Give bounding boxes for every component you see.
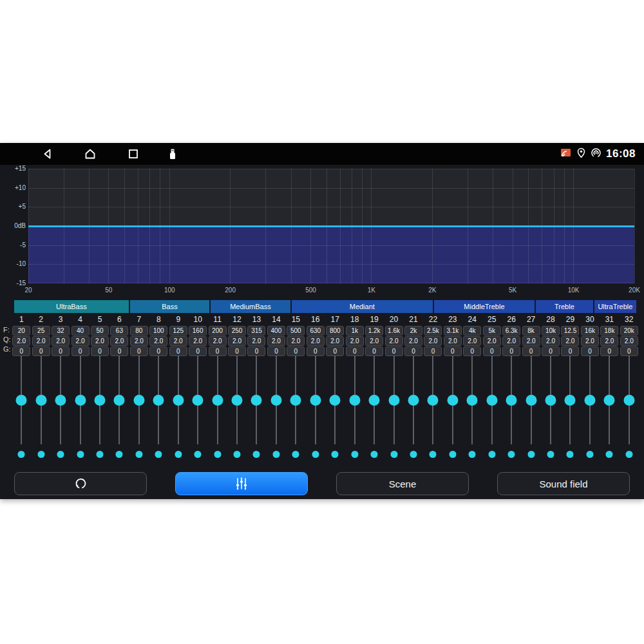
freq-value-chip[interactable]: 20 [12,326,30,336]
q-value-chip[interactable]: 2.0 [307,336,325,346]
freq-value-chip[interactable]: 20k [620,326,638,336]
q-value-chip[interactable]: 2.0 [404,336,422,346]
slider-thumb[interactable] [35,395,46,406]
q-value-chip[interactable]: 2.0 [326,336,344,346]
slider-thumb[interactable] [16,395,27,406]
gain-value-chip[interactable]: 0 [522,346,540,356]
slider-thumb[interactable] [545,395,556,406]
slider-thumb[interactable] [486,395,497,406]
recents-button[interactable] [127,147,140,160]
reset-button[interactable] [14,472,147,495]
q-value-chip[interactable]: 2.0 [189,336,207,346]
gain-value-chip[interactable]: 0 [91,346,109,356]
gain-value-chip[interactable]: 0 [52,346,70,356]
q-value-chip[interactable]: 2.0 [522,336,540,346]
slider-thumb[interactable] [526,395,536,406]
slider-thumb[interactable] [623,395,634,406]
freq-value-chip[interactable]: 18k [600,326,618,336]
q-value-chip[interactable]: 2.0 [463,336,481,346]
gain-value-chip[interactable]: 0 [287,346,305,356]
q-value-chip[interactable]: 2.0 [444,336,462,346]
gain-value-chip[interactable]: 0 [110,346,128,356]
band-segment-bass[interactable]: Bass [130,300,209,313]
freq-value-chip[interactable]: 63 [110,326,128,336]
freq-value-chip[interactable]: 1.6k [385,326,403,336]
freq-value-chip[interactable]: 200 [209,326,227,336]
slider-thumb[interactable] [506,395,517,406]
q-value-chip[interactable]: 2.0 [561,336,579,346]
slider-thumb[interactable] [75,395,86,406]
slider-thumb[interactable] [290,395,301,406]
freq-value-chip[interactable]: 100 [149,326,167,336]
band-segment-ultratreble[interactable]: UltraTreble [594,300,636,313]
gain-value-chip[interactable]: 0 [444,346,462,356]
freq-value-chip[interactable]: 1k [346,326,364,336]
freq-value-chip[interactable]: 250 [228,326,246,336]
slider-thumb[interactable] [133,395,144,406]
gain-value-chip[interactable]: 0 [346,346,364,356]
q-value-chip[interactable]: 2.0 [267,336,285,346]
gain-value-chip[interactable]: 0 [12,346,30,356]
usb-status[interactable] [166,147,179,160]
q-value-chip[interactable]: 2.0 [620,336,638,346]
gain-value-chip[interactable]: 0 [365,346,383,356]
q-value-chip[interactable]: 2.0 [385,336,403,346]
sound-field-button[interactable]: Sound field [497,472,630,495]
q-value-chip[interactable]: 2.0 [52,336,70,346]
freq-value-chip[interactable]: 2k [404,326,422,336]
gain-value-chip[interactable]: 0 [307,346,325,356]
q-value-chip[interactable]: 2.0 [346,336,364,346]
gain-value-chip[interactable]: 0 [385,346,403,356]
slider-thumb[interactable] [173,395,184,406]
slider-thumb[interactable] [604,395,615,406]
q-value-chip[interactable]: 2.0 [424,336,442,346]
q-value-chip[interactable]: 2.0 [209,336,227,346]
slider-thumb[interactable] [408,395,419,406]
gain-value-chip[interactable]: 0 [326,346,344,356]
gain-value-chip[interactable]: 0 [404,346,422,356]
freq-value-chip[interactable]: 10k [542,326,560,336]
gain-value-chip[interactable]: 0 [600,346,618,356]
scene-button[interactable]: Scene [336,472,469,495]
gain-value-chip[interactable]: 0 [71,346,90,356]
band-segment-mediumbass[interactable]: MediumBass [211,300,290,313]
equalizer-button[interactable] [175,472,308,495]
freq-value-chip[interactable]: 800 [326,326,344,336]
gain-value-chip[interactable]: 0 [228,346,246,356]
q-value-chip[interactable]: 2.0 [247,336,265,346]
slider-thumb[interactable] [232,395,243,406]
slider-thumb[interactable] [270,395,281,406]
freq-value-chip[interactable]: 125 [169,326,187,336]
q-value-chip[interactable]: 2.0 [91,336,109,346]
gain-value-chip[interactable]: 0 [32,346,50,356]
q-value-chip[interactable]: 2.0 [287,336,305,346]
q-value-chip[interactable]: 2.0 [502,336,520,346]
slider-thumb[interactable] [330,395,341,406]
gain-value-chip[interactable]: 0 [542,346,560,356]
slider-thumb[interactable] [565,395,576,406]
q-value-chip[interactable]: 2.0 [581,336,599,346]
q-value-chip[interactable]: 2.0 [130,336,148,346]
q-value-chip[interactable]: 2.0 [149,336,167,346]
slider-thumb[interactable] [584,395,595,406]
freq-value-chip[interactable]: 8k [522,326,540,336]
freq-value-chip[interactable]: 5k [483,326,501,336]
q-value-chip[interactable]: 2.0 [32,336,50,346]
slider-thumb[interactable] [467,395,478,406]
gain-value-chip[interactable]: 0 [189,346,207,356]
gain-value-chip[interactable]: 0 [424,346,442,356]
freq-value-chip[interactable]: 32 [52,326,70,336]
slider-thumb[interactable] [94,395,105,406]
q-value-chip[interactable]: 2.0 [483,336,501,346]
freq-value-chip[interactable]: 630 [307,326,325,336]
slider-thumb[interactable] [428,395,439,406]
freq-value-chip[interactable]: 16k [581,326,599,336]
slider-thumb[interactable] [388,395,399,406]
gain-value-chip[interactable]: 0 [130,346,148,356]
q-value-chip[interactable]: 2.0 [12,336,30,346]
freq-value-chip[interactable]: 160 [189,326,207,336]
freq-value-chip[interactable]: 315 [247,326,265,336]
home-button[interactable] [84,147,97,160]
band-segment-ultrabass[interactable]: UltraBass [14,300,129,313]
gain-value-chip[interactable]: 0 [483,346,501,356]
